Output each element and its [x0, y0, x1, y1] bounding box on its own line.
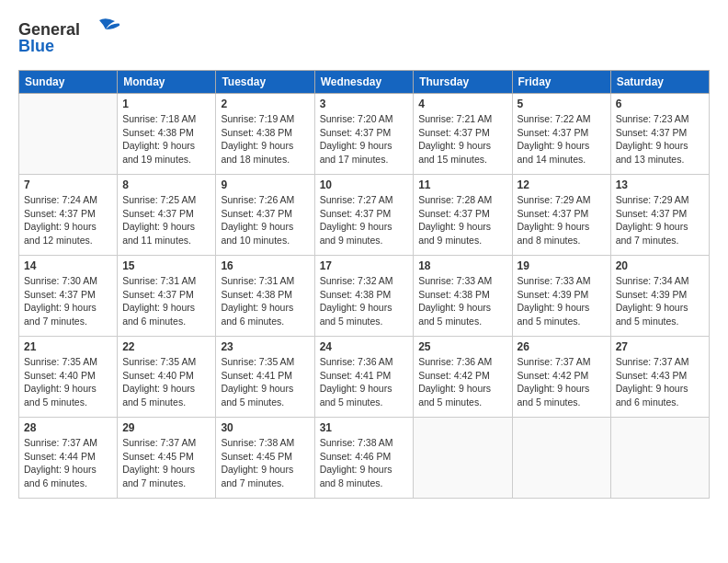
calendar-cell	[414, 418, 512, 499]
day-number: 27	[616, 340, 704, 353]
day-number: 29	[122, 421, 210, 434]
day-number: 9	[221, 178, 309, 191]
calendar-week-row: 14Sunrise: 7:30 AM Sunset: 4:37 PM Dayli…	[19, 256, 710, 337]
day-number: 23	[221, 340, 309, 353]
weekday-header: Tuesday	[216, 71, 314, 94]
day-number: 10	[320, 178, 409, 191]
calendar-cell	[19, 94, 118, 175]
calendar-cell	[512, 418, 610, 499]
day-info: Sunrise: 7:19 AM Sunset: 4:38 PM Dayligh…	[221, 112, 309, 167]
day-number: 14	[24, 259, 112, 272]
calendar-week-row: 7Sunrise: 7:24 AM Sunset: 4:37 PM Daylig…	[19, 175, 710, 256]
day-info: Sunrise: 7:31 AM Sunset: 4:37 PM Dayligh…	[122, 274, 210, 328]
calendar-header-row: SundayMondayTuesdayWednesdayThursdayFrid…	[19, 71, 710, 94]
svg-text:General: General	[18, 20, 80, 39]
day-number: 6	[616, 98, 704, 110]
day-number: 26	[518, 340, 606, 353]
calendar-cell: 18Sunrise: 7:33 AM Sunset: 4:38 PM Dayli…	[414, 256, 512, 337]
day-info: Sunrise: 7:24 AM Sunset: 4:37 PM Dayligh…	[24, 193, 112, 247]
day-info: Sunrise: 7:38 AM Sunset: 4:46 PM Dayligh…	[320, 436, 409, 490]
day-info: Sunrise: 7:20 AM Sunset: 4:37 PM Dayligh…	[320, 112, 409, 167]
day-number: 28	[24, 421, 112, 434]
day-number: 4	[418, 98, 506, 110]
day-info: Sunrise: 7:29 AM Sunset: 4:37 PM Dayligh…	[518, 193, 606, 247]
weekday-header: Monday	[118, 71, 216, 94]
logo-text: General Blue	[18, 17, 119, 61]
calendar-cell: 29Sunrise: 7:37 AM Sunset: 4:45 PM Dayli…	[118, 418, 216, 499]
day-number: 8	[122, 178, 210, 191]
weekday-header: Thursday	[414, 71, 512, 94]
day-number: 25	[418, 340, 506, 353]
day-number: 18	[418, 259, 506, 272]
day-info: Sunrise: 7:31 AM Sunset: 4:38 PM Dayligh…	[221, 274, 309, 328]
calendar-cell: 11Sunrise: 7:28 AM Sunset: 4:37 PM Dayli…	[414, 175, 512, 256]
calendar-cell: 25Sunrise: 7:36 AM Sunset: 4:42 PM Dayli…	[414, 337, 512, 418]
day-number: 13	[616, 178, 704, 191]
weekday-header: Friday	[512, 71, 610, 94]
calendar-cell: 31Sunrise: 7:38 AM Sunset: 4:46 PM Dayli…	[314, 418, 414, 499]
calendar-cell: 6Sunrise: 7:23 AM Sunset: 4:37 PM Daylig…	[610, 94, 709, 175]
calendar-week-row: 28Sunrise: 7:37 AM Sunset: 4:44 PM Dayli…	[19, 418, 710, 499]
day-info: Sunrise: 7:28 AM Sunset: 4:37 PM Dayligh…	[418, 193, 506, 247]
calendar-cell: 2Sunrise: 7:19 AM Sunset: 4:38 PM Daylig…	[216, 94, 314, 175]
day-info: Sunrise: 7:38 AM Sunset: 4:45 PM Dayligh…	[221, 436, 309, 490]
calendar-cell: 1Sunrise: 7:18 AM Sunset: 4:38 PM Daylig…	[118, 94, 216, 175]
day-number: 16	[221, 259, 309, 272]
day-number: 17	[320, 259, 409, 272]
calendar-cell: 5Sunrise: 7:22 AM Sunset: 4:37 PM Daylig…	[512, 94, 610, 175]
calendar-cell: 27Sunrise: 7:37 AM Sunset: 4:43 PM Dayli…	[610, 337, 709, 418]
day-number: 12	[518, 178, 606, 191]
calendar-cell: 28Sunrise: 7:37 AM Sunset: 4:44 PM Dayli…	[19, 418, 118, 499]
calendar-cell: 24Sunrise: 7:36 AM Sunset: 4:41 PM Dayli…	[314, 337, 414, 418]
calendar-cell: 10Sunrise: 7:27 AM Sunset: 4:37 PM Dayli…	[314, 175, 414, 256]
day-info: Sunrise: 7:33 AM Sunset: 4:39 PM Dayligh…	[518, 274, 606, 328]
calendar-cell: 19Sunrise: 7:33 AM Sunset: 4:39 PM Dayli…	[512, 256, 610, 337]
calendar-cell: 26Sunrise: 7:37 AM Sunset: 4:42 PM Dayli…	[512, 337, 610, 418]
day-info: Sunrise: 7:34 AM Sunset: 4:39 PM Dayligh…	[616, 274, 704, 328]
day-info: Sunrise: 7:35 AM Sunset: 4:41 PM Dayligh…	[221, 355, 309, 409]
day-info: Sunrise: 7:21 AM Sunset: 4:37 PM Dayligh…	[418, 112, 506, 167]
weekday-header: Saturday	[610, 71, 709, 94]
day-number: 5	[518, 98, 606, 110]
day-info: Sunrise: 7:22 AM Sunset: 4:37 PM Dayligh…	[518, 112, 606, 167]
day-number: 3	[320, 98, 409, 110]
calendar-cell: 9Sunrise: 7:26 AM Sunset: 4:37 PM Daylig…	[216, 175, 314, 256]
day-info: Sunrise: 7:25 AM Sunset: 4:37 PM Dayligh…	[122, 193, 210, 247]
day-info: Sunrise: 7:32 AM Sunset: 4:38 PM Dayligh…	[320, 274, 409, 328]
calendar-cell: 14Sunrise: 7:30 AM Sunset: 4:37 PM Dayli…	[19, 256, 118, 337]
svg-text:Blue: Blue	[18, 37, 54, 55]
day-info: Sunrise: 7:36 AM Sunset: 4:42 PM Dayligh…	[418, 355, 506, 409]
day-info: Sunrise: 7:37 AM Sunset: 4:45 PM Dayligh…	[122, 436, 210, 490]
day-info: Sunrise: 7:29 AM Sunset: 4:37 PM Dayligh…	[616, 193, 704, 247]
weekday-header: Sunday	[19, 71, 118, 94]
day-number: 21	[24, 340, 112, 353]
calendar-cell: 4Sunrise: 7:21 AM Sunset: 4:37 PM Daylig…	[414, 94, 512, 175]
day-info: Sunrise: 7:37 AM Sunset: 4:42 PM Dayligh…	[518, 355, 606, 409]
day-info: Sunrise: 7:36 AM Sunset: 4:41 PM Dayligh…	[320, 355, 409, 409]
day-info: Sunrise: 7:23 AM Sunset: 4:37 PM Dayligh…	[616, 112, 704, 167]
calendar-cell: 22Sunrise: 7:35 AM Sunset: 4:40 PM Dayli…	[118, 337, 216, 418]
day-number: 11	[418, 178, 506, 191]
day-number: 20	[616, 259, 704, 272]
calendar-cell: 17Sunrise: 7:32 AM Sunset: 4:38 PM Dayli…	[314, 256, 414, 337]
day-number: 1	[122, 98, 210, 110]
weekday-header: Wednesday	[314, 71, 414, 94]
day-info: Sunrise: 7:27 AM Sunset: 4:37 PM Dayligh…	[320, 193, 409, 247]
header: General Blue	[18, 17, 710, 61]
day-number: 19	[518, 259, 606, 272]
calendar-cell: 20Sunrise: 7:34 AM Sunset: 4:39 PM Dayli…	[610, 256, 709, 337]
day-info: Sunrise: 7:18 AM Sunset: 4:38 PM Dayligh…	[122, 112, 210, 167]
day-info: Sunrise: 7:35 AM Sunset: 4:40 PM Dayligh…	[122, 355, 210, 409]
calendar-cell	[610, 418, 709, 499]
calendar-cell: 30Sunrise: 7:38 AM Sunset: 4:45 PM Dayli…	[216, 418, 314, 499]
calendar: SundayMondayTuesdayWednesdayThursdayFrid…	[18, 70, 710, 499]
calendar-cell: 8Sunrise: 7:25 AM Sunset: 4:37 PM Daylig…	[118, 175, 216, 256]
calendar-cell: 12Sunrise: 7:29 AM Sunset: 4:37 PM Dayli…	[512, 175, 610, 256]
calendar-cell: 3Sunrise: 7:20 AM Sunset: 4:37 PM Daylig…	[314, 94, 414, 175]
calendar-cell: 15Sunrise: 7:31 AM Sunset: 4:37 PM Dayli…	[118, 256, 216, 337]
day-number: 7	[24, 178, 112, 191]
day-info: Sunrise: 7:26 AM Sunset: 4:37 PM Dayligh…	[221, 193, 309, 247]
day-number: 15	[122, 259, 210, 272]
day-number: 22	[122, 340, 210, 353]
day-info: Sunrise: 7:33 AM Sunset: 4:38 PM Dayligh…	[418, 274, 506, 328]
